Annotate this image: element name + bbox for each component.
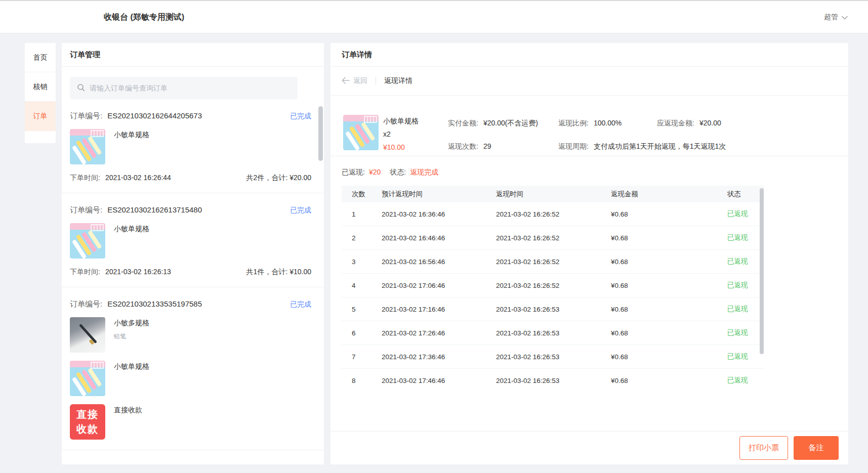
order-total: 共2件，合计: ¥20.00 — [246, 174, 311, 183]
cashback-cycle-label: 返现周期: — [558, 142, 589, 150]
cell-index: 7 — [352, 353, 382, 361]
back-label: 返回 — [353, 76, 367, 85]
cashback-detail-subtitle: 返现详情 — [384, 76, 412, 85]
user-menu[interactable]: 超管 — [824, 1, 848, 33]
order-list-panel: 订单管理 订单编号:ES20210302162644205673 已完成 — [62, 43, 324, 464]
cashback-times: 返现次数:29 — [448, 142, 491, 151]
product-name: 小敏单规格 — [383, 117, 419, 126]
order-time: 下单时间:2021-03-02 16:26:13 — [70, 268, 171, 277]
cell-index: 6 — [352, 329, 382, 337]
back-button[interactable]: 返回 — [342, 76, 367, 85]
cell-status: 已返现 — [727, 328, 764, 337]
table-header-row: 次数 预计返现时间 返现时间 返现金额 状态 — [342, 186, 764, 202]
cell-cashback-time: 2021-03-02 16:26:52 — [496, 234, 611, 242]
cell-amount: ¥0.68 — [611, 282, 727, 289]
order-search-box[interactable] — [70, 77, 298, 99]
cell-amount: ¥0.68 — [611, 258, 727, 266]
cell-cashback-time: 2021-03-02 16:26:52 — [496, 282, 611, 289]
vertical-divider — [376, 77, 376, 85]
order-status-link[interactable]: 已完成 — [290, 206, 311, 215]
order-status-link[interactable]: 已完成 — [290, 112, 311, 121]
table-row: 8 2021-03-02 17:46:46 2021-03-02 16:26:5… — [342, 369, 764, 390]
order-time-value: 2021-03-02 16:26:44 — [105, 174, 171, 182]
cell-expected-time: 2021-03-02 16:36:46 — [382, 210, 496, 218]
cashback-total-label: 应返现金额: — [657, 119, 694, 127]
cell-amount: ¥0.68 — [611, 306, 727, 313]
table-row: 6 2021-03-02 17:26:46 2021-03-02 16:26:5… — [342, 321, 764, 345]
product-name: 小敏单规格 — [114, 225, 149, 259]
search-input[interactable] — [90, 84, 291, 92]
order-number: 订单编号:ES20210302162613715480 — [70, 205, 202, 215]
app-title: 收银台 (郑敏专用测试) — [104, 1, 184, 33]
order-number: 订单编号:ES20210302162644205673 — [70, 111, 202, 121]
table-row: 1 2021-03-02 16:36:46 2021-03-02 16:26:5… — [342, 202, 764, 226]
cashback-table: 次数 预计返现时间 返现时间 返现金额 状态 1 2021-03-02 16:3… — [342, 186, 764, 390]
detail-toolbar: 返回 返现详情 — [330, 67, 848, 96]
order-list-scrollbar[interactable] — [318, 106, 323, 161]
cell-index: 3 — [352, 258, 382, 266]
product-image-pens — [70, 129, 105, 164]
order-card[interactable]: 订单编号:ES20210302162613715480 已完成 — [62, 193, 324, 287]
cell-index: 1 — [352, 210, 382, 218]
table-row: 7 2021-03-02 17:36:46 2021-03-02 16:26:5… — [342, 345, 764, 369]
cashback-status-line: 已返现:¥20状态:返现完成 — [330, 156, 848, 186]
order-time: 下单时间:2021-03-02 16:26:44 — [70, 174, 171, 183]
note-button[interactable]: 备注 — [794, 436, 839, 460]
status-value: 返现完成 — [410, 168, 438, 176]
cell-amount: ¥0.68 — [611, 377, 727, 384]
sidebar-item-verify[interactable]: 核销 — [25, 72, 56, 102]
order-number-label: 订单编号: — [70, 205, 102, 214]
col-header-times: 次数 — [352, 190, 382, 199]
cell-status: 已返现 — [727, 352, 764, 361]
table-body: 1 2021-03-02 16:36:46 2021-03-02 16:26:5… — [342, 202, 764, 390]
order-card[interactable]: 订单编号:ES20210302162644205673 已完成 — [62, 99, 324, 193]
cell-status: 已返现 — [727, 305, 764, 314]
order-total: 共1件，合计: ¥10.00 — [246, 268, 311, 277]
product-image-pencil — [70, 317, 105, 353]
top-bar: 收银台 (郑敏专用测试) 超管 — [0, 0, 868, 33]
cell-status: 已返现 — [727, 281, 764, 290]
detail-footer: 打印小票 备注 — [330, 431, 848, 464]
order-detail-panel: 订单详情 返回 返现详情 小敏 — [330, 43, 848, 464]
order-list-title: 订单管理 — [62, 43, 324, 67]
cell-index: 4 — [352, 282, 382, 289]
col-header-expected-time: 预计返现时间 — [382, 190, 496, 199]
cell-index: 5 — [352, 306, 382, 313]
product-name: 直接收款 — [114, 406, 142, 440]
returned-label: 已返现: — [342, 168, 365, 176]
product-image-pens — [343, 115, 379, 150]
cashback-times-value: 29 — [483, 142, 491, 150]
cell-expected-time: 2021-03-02 17:16:46 — [382, 306, 496, 313]
print-receipt-button[interactable]: 打印小票 — [739, 436, 788, 460]
cashback-cycle-value: 支付成功后第1天开始返现，每1天返现1次 — [594, 142, 726, 150]
product-name: 小敏多规格 — [114, 319, 149, 328]
order-time-label: 下单时间: — [70, 268, 100, 276]
cashback-ratio-value: 100.00% — [594, 119, 622, 127]
order-time-value: 2021-03-02 16:26:13 — [105, 268, 171, 276]
cell-cashback-time: 2021-03-02 16:26:52 — [496, 258, 611, 266]
cell-expected-time: 2021-03-02 17:06:46 — [382, 282, 496, 289]
table-row: 2 2021-03-02 16:46:46 2021-03-02 16:26:5… — [342, 226, 764, 250]
order-detail-title: 订单详情 — [330, 43, 848, 67]
product-spec: 铅笔 — [114, 332, 149, 341]
sidebar-item-home[interactable]: 首页 — [25, 43, 56, 72]
order-status-link[interactable]: 已完成 — [290, 300, 311, 309]
table-row: 3 2021-03-02 16:56:46 2021-03-02 16:26:5… — [342, 250, 764, 274]
cell-cashback-time: 2021-03-02 16:26:53 — [496, 377, 611, 384]
order-number-value: ES20210302162644205673 — [107, 111, 202, 120]
cell-amount: ¥0.68 — [611, 234, 727, 242]
sidebar-item-orders[interactable]: 订单 — [25, 102, 56, 131]
cell-amount: ¥0.68 — [611, 353, 727, 361]
chevron-down-icon — [842, 13, 848, 21]
cell-cashback-time: 2021-03-02 16:26:52 — [496, 210, 611, 218]
order-number-label: 订单编号: — [70, 111, 102, 120]
product-image-pens — [70, 223, 105, 259]
cashback-ratio: 返现比例:100.00% — [558, 119, 622, 128]
order-card[interactable]: 订单编号:ES20210302133535197585 已完成 小敏多规格 铅笔 — [62, 287, 324, 450]
table-scrollbar[interactable] — [760, 188, 764, 354]
direct-payment-badge-text: 直接收款 — [75, 407, 100, 437]
user-menu-label: 超管 — [824, 13, 838, 22]
paid-amount-value: ¥20.00(不含运费) — [483, 119, 538, 127]
cashback-summary: 小敏单规格 x2 ¥10.00 实付金额:¥20.00(不含运费) 返现比例:1… — [330, 96, 848, 156]
product-quantity: x2 — [383, 130, 391, 138]
